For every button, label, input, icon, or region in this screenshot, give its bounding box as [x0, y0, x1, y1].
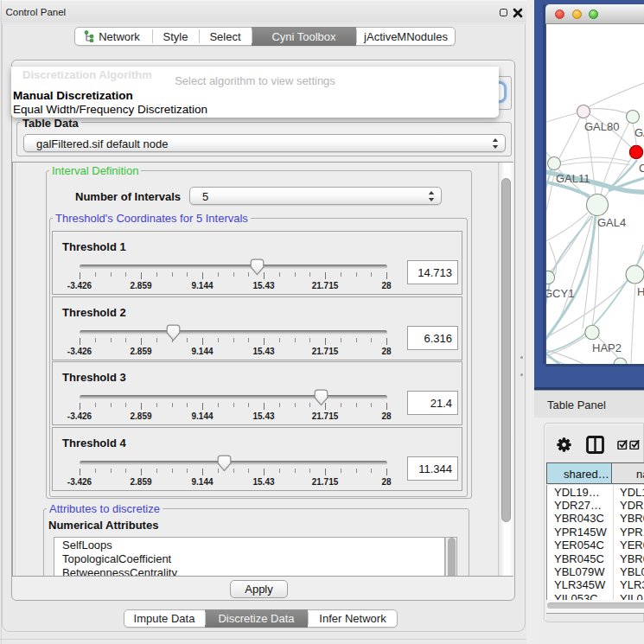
svg-text:HAP2: HAP2: [592, 341, 622, 354]
svg-text:GA: GA: [634, 126, 644, 139]
svg-text:GCY1: GCY1: [546, 287, 574, 300]
svg-text:GAL11: GAL11: [556, 172, 590, 185]
svg-text:GAL4: GAL4: [597, 216, 626, 229]
svg-text:C: C: [639, 162, 644, 175]
svg-text:H: H: [637, 285, 644, 298]
svg-text:GAL80: GAL80: [584, 120, 619, 133]
